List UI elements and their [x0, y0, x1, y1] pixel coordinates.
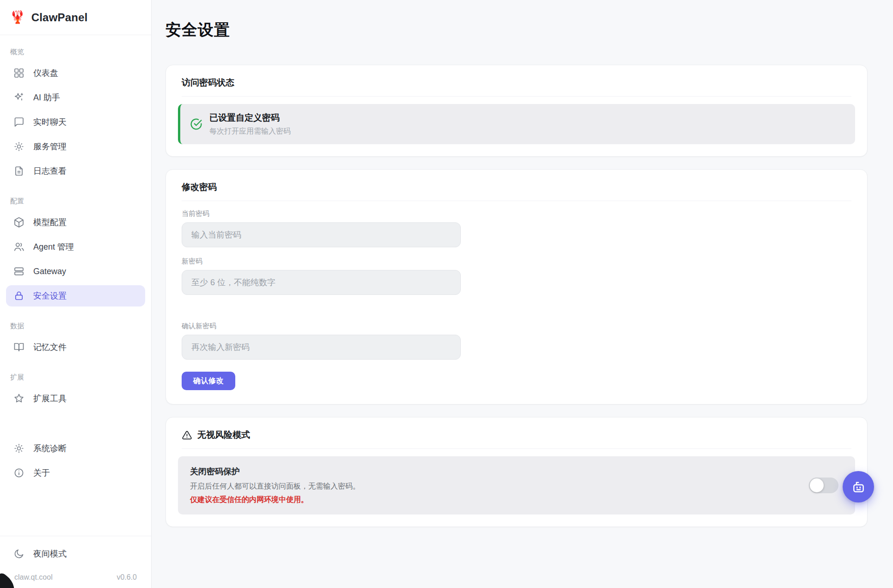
sidebar: 🦞 ClawPanel 概览仪表盘AI 助手实时聊天服务管理日志查看配置模型配置…: [0, 0, 152, 588]
info-circle-icon: [13, 467, 24, 478]
password-status-text: 已设置自定义密码 每次打开应用需输入密码: [209, 112, 291, 136]
nav-section: 配置模型配置Agent 管理Gateway安全设置: [6, 197, 145, 306]
sun-icon: [13, 443, 24, 454]
password-status-header: 访问密码状态: [182, 65, 851, 97]
sidebar-item-agents[interactable]: Agent 管理: [6, 236, 145, 257]
night-mode-label: 夜间模式: [33, 548, 67, 559]
password-status-box: 已设置自定义密码 每次打开应用需输入密码: [178, 104, 855, 144]
risk-mode-card: 无视风险模式 关闭密码保护 开启后任何人都可以直接访问面板，无需输入密码。 仅建…: [165, 417, 868, 527]
password-status-body: 已设置自定义密码 每次打开应用需输入密码: [166, 97, 867, 156]
password-status-card: 访问密码状态 已设置自定义密码 每次打开应用需输入密码: [165, 65, 868, 157]
sidebar-item-label: 实时聊天: [33, 116, 67, 128]
sidebar-item-label: 系统诊断: [33, 443, 67, 454]
risk-mode-text: 关闭密码保护 开启后任何人都可以直接访问面板，无需输入密码。 仅建议在受信任的内…: [190, 466, 360, 505]
sidebar-item-security[interactable]: 安全设置: [6, 285, 145, 306]
sidebar-item-label: Gateway: [33, 267, 66, 276]
sidebar-footer: 夜间模式 claw.qt.cool v0.6.0: [0, 536, 151, 588]
new-password-input[interactable]: [182, 270, 461, 295]
sidebar-item-services[interactable]: 服务管理: [6, 136, 145, 157]
sidebar-item-label: 仪表盘: [33, 67, 58, 79]
sidebar-item-ai-helper[interactable]: AI 助手: [6, 87, 145, 108]
change-password-card: 修改密码 当前密码新密码确认新密码 确认修改: [165, 169, 868, 404]
current-password-input[interactable]: [182, 222, 461, 247]
nav-section-label: 数据: [10, 322, 145, 331]
confirm-change-button[interactable]: 确认修改: [182, 372, 235, 390]
current-password-field: 当前密码: [182, 209, 851, 247]
page-title: 安全设置: [165, 19, 868, 41]
disable-password-toggle[interactable]: [809, 478, 838, 493]
risk-box-warning: 仅建议在受信任的内网环境中使用。: [190, 495, 360, 505]
nav-section-label: 扩展: [10, 373, 145, 382]
sidebar-item-label: AI 助手: [33, 92, 60, 103]
domain-label: claw.qt.cool: [14, 573, 53, 582]
sidebar-item-logs[interactable]: 日志查看: [6, 160, 145, 182]
risk-mode-header: 无视风险模式: [182, 417, 851, 449]
risk-mode-box: 关闭密码保护 开启后任何人都可以直接访问面板，无需输入密码。 仅建议在受信任的内…: [178, 456, 855, 514]
sidebar-item-live-chat[interactable]: 实时聊天: [6, 111, 145, 133]
users-icon: [13, 241, 24, 252]
cube-icon: [13, 217, 24, 228]
robot-icon: [851, 479, 866, 495]
risk-mode-body: 关闭密码保护 开启后任何人都可以直接访问面板，无需输入密码。 仅建议在受信任的内…: [166, 449, 867, 527]
change-password-header-label: 修改密码: [182, 181, 217, 193]
change-password-form: 当前密码新密码确认新密码 确认修改: [166, 201, 867, 404]
assistant-fab-button[interactable]: [843, 471, 874, 502]
risk-box-desc: 开启后任何人都可以直接访问面板，无需输入密码。: [190, 482, 360, 491]
nav-section: 扩展扩展工具: [6, 373, 145, 409]
password-status-header-label: 访问密码状态: [182, 77, 234, 89]
confirm-password-field: 确认新密码: [182, 322, 851, 360]
night-mode-toggle[interactable]: 夜间模式: [6, 543, 145, 564]
star-icon: [13, 393, 24, 404]
version-label: v0.6.0: [116, 573, 137, 582]
sidebar-item-label: 关于: [33, 467, 50, 478]
sidebar-item-model-config[interactable]: 模型配置: [6, 212, 145, 233]
server-icon: [13, 266, 24, 277]
new-password-field: 新密码: [182, 257, 851, 295]
confirm-password-input[interactable]: [182, 335, 461, 360]
sidebar-item-memory-files[interactable]: 记忆文件: [6, 337, 145, 358]
sidebar-item-diagnostics[interactable]: 系统诊断: [6, 438, 145, 459]
grid-icon: [13, 67, 24, 79]
change-password-header: 修改密码: [182, 170, 851, 201]
current-password-label: 当前密码: [182, 209, 851, 218]
sidebar-item-label: 服务管理: [33, 141, 67, 152]
sidebar-item-gateway[interactable]: Gateway: [6, 261, 145, 282]
sidebar-nav: 概览仪表盘AI 助手实时聊天服务管理日志查看配置模型配置Agent 管理Gate…: [0, 35, 151, 536]
sidebar-item-label: Agent 管理: [33, 241, 74, 252]
sidebar-meta-row: claw.qt.cool v0.6.0: [6, 568, 145, 582]
moon-icon: [13, 548, 24, 559]
sidebar-item-label: 扩展工具: [33, 393, 67, 404]
sidebar-item-label: 记忆文件: [33, 342, 67, 353]
status-desc: 每次打开应用需输入密码: [209, 127, 291, 136]
status-title: 已设置自定义密码: [209, 112, 291, 124]
new-password-label: 新密码: [182, 257, 851, 266]
warning-triangle-icon: [182, 430, 192, 441]
nav-section: 系统诊断关于: [6, 438, 145, 484]
nav-section-label: 配置: [10, 197, 145, 206]
sidebar-item-dashboard[interactable]: 仪表盘: [6, 62, 145, 84]
main-content: 安全设置 访问密码状态 已设置自定义密码 每次打开应用需输入密码 修改密码 当前…: [152, 0, 893, 588]
sun-icon: [13, 141, 24, 152]
nav-section: 概览仪表盘AI 助手实时聊天服务管理日志查看: [6, 48, 145, 182]
nav-section-label: 概览: [10, 48, 145, 56]
toggle-knob: [810, 478, 824, 492]
book-open-icon: [13, 342, 24, 353]
check-circle-icon: [190, 117, 203, 131]
app-name: ClawPanel: [31, 11, 88, 24]
file-text-icon: [13, 165, 24, 177]
sidebar-item-label: 模型配置: [33, 217, 67, 228]
sparkles-icon: [13, 92, 24, 103]
lobster-logo-icon: 🦞: [10, 11, 25, 24]
sidebar-item-about[interactable]: 关于: [6, 462, 145, 484]
confirm-password-label: 确认新密码: [182, 322, 851, 331]
sidebar-item-extensions[interactable]: 扩展工具: [6, 388, 145, 409]
sidebar-item-label: 日志查看: [33, 165, 67, 177]
chat-bubble-icon: [13, 116, 24, 128]
nav-section: 数据记忆文件: [6, 322, 145, 358]
sidebar-item-label: 安全设置: [33, 290, 67, 301]
app-logo-row: 🦞 ClawPanel: [0, 0, 151, 35]
lock-icon: [13, 290, 24, 301]
risk-box-title: 关闭密码保护: [190, 466, 360, 477]
risk-mode-header-label: 无视风险模式: [197, 429, 250, 441]
